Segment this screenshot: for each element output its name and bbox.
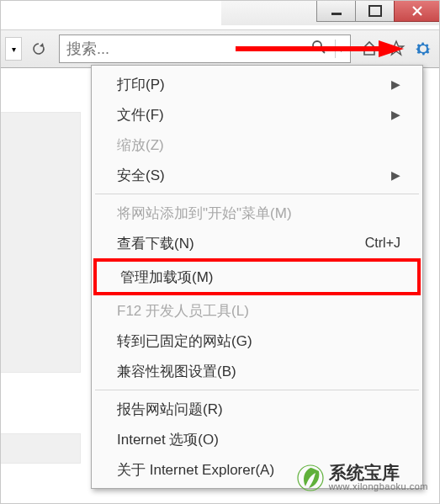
menu-item-label: F12 开发人员工具(L) bbox=[117, 301, 249, 321]
menu-item-file[interactable]: 文件(F) ▶ bbox=[93, 99, 421, 130]
menu-item-manage-addons[interactable]: 管理加载项(M) bbox=[93, 258, 421, 295]
watermark: 系统宝库 www.xilongbaoku.com bbox=[297, 464, 428, 492]
menu-item-zoom: 缩放(Z) bbox=[93, 130, 421, 160]
window-titlebar bbox=[221, 0, 440, 25]
menu-item-label: 兼容性视图设置(B) bbox=[117, 362, 236, 381]
submenu-arrow-icon: ▶ bbox=[391, 77, 400, 91]
menu-item-label: 转到已固定的网站(G) bbox=[117, 332, 252, 351]
leaf-logo-icon bbox=[297, 464, 324, 491]
maximize-button[interactable] bbox=[355, 0, 395, 22]
watermark-url: www.xilongbaoku.com bbox=[329, 482, 428, 492]
menu-item-label: 管理加载项(M) bbox=[120, 268, 213, 287]
menu-item-add-to-start: 将网站添加到"开始"菜单(M) bbox=[93, 198, 421, 228]
menu-separator bbox=[95, 194, 419, 194]
watermark-name: 系统宝库 bbox=[329, 464, 428, 482]
menu-item-internet-options[interactable]: Internet 选项(O) bbox=[93, 424, 421, 454]
menu-item-label: 查看下载(N) bbox=[117, 234, 194, 253]
menu-item-view-downloads[interactable]: 查看下载(N) Ctrl+J bbox=[93, 228, 421, 258]
menu-item-label: 文件(F) bbox=[117, 105, 164, 125]
menu-item-safety[interactable]: 安全(S) ▶ bbox=[93, 160, 421, 190]
menu-item-label: 关于 Internet Explorer(A) bbox=[117, 460, 274, 480]
menu-item-label: 安全(S) bbox=[117, 166, 165, 185]
refresh-button[interactable] bbox=[27, 37, 50, 61]
menu-item-pinned-sites[interactable]: 转到已固定的网站(G) bbox=[93, 326, 421, 356]
menu-item-print[interactable]: 打印(P) ▶ bbox=[93, 69, 421, 99]
submenu-arrow-icon: ▶ bbox=[391, 108, 400, 121]
tools-gear-icon[interactable] bbox=[411, 37, 435, 61]
tools-menu: 打印(P) ▶ 文件(F) ▶ 缩放(Z) 安全(S) ▶ 将网站添加到"开始"… bbox=[91, 65, 423, 489]
minimize-button[interactable] bbox=[316, 0, 356, 22]
nav-dropdown-button[interactable]: ▾ bbox=[5, 37, 22, 61]
svg-marker-2 bbox=[379, 40, 404, 57]
menu-separator bbox=[95, 390, 419, 390]
bg-block bbox=[0, 433, 81, 464]
menu-item-label: 报告网站问题(R) bbox=[117, 400, 223, 419]
menu-item-label: Internet 选项(O) bbox=[117, 430, 219, 449]
menu-item-report-problem[interactable]: 报告网站问题(R) bbox=[93, 394, 421, 424]
menu-item-label: 将网站添加到"开始"菜单(M) bbox=[117, 204, 292, 223]
menu-item-label: 打印(P) bbox=[117, 75, 165, 94]
menu-item-compat-view[interactable]: 兼容性视图设置(B) bbox=[93, 356, 421, 386]
menu-item-label: 缩放(Z) bbox=[117, 135, 164, 155]
menu-item-f12-devtools: F12 开发人员工具(L) bbox=[93, 295, 421, 326]
bg-block bbox=[0, 112, 81, 373]
close-button[interactable] bbox=[394, 0, 440, 22]
menu-shortcut: Ctrl+J bbox=[365, 236, 400, 251]
submenu-arrow-icon: ▶ bbox=[391, 168, 400, 182]
annotation-arrow bbox=[236, 40, 404, 57]
